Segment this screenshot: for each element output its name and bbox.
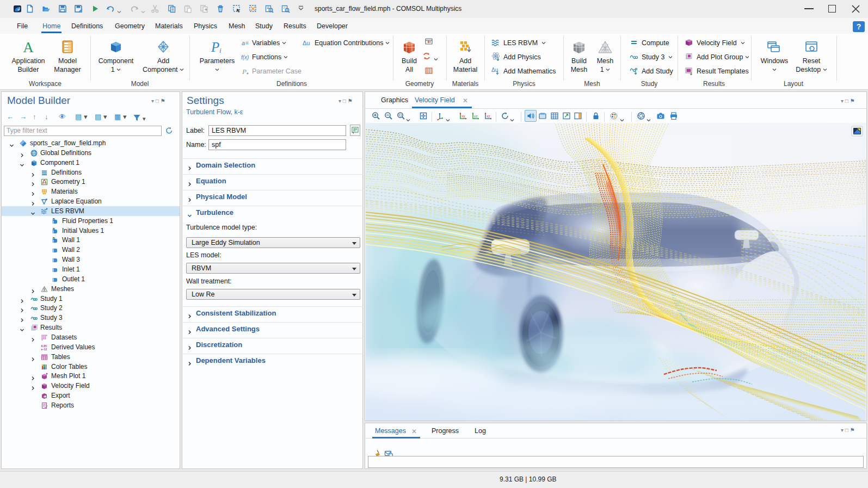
svg-text:xy: xy — [461, 114, 465, 119]
svg-text:=: = — [245, 40, 249, 46]
svg-text:Δu: Δu — [303, 40, 310, 46]
svg-text:D: D — [53, 227, 55, 231]
svg-text:xz: xz — [487, 114, 490, 118]
svg-text:a: a — [242, 40, 245, 46]
svg-text:D: D — [53, 218, 55, 221]
svg-text:P: P — [211, 40, 219, 54]
svg-text:f(x): f(x) — [241, 54, 249, 60]
svg-text:e-12: e-12 — [41, 348, 47, 351]
svg-text:yz: yz — [474, 114, 478, 119]
svg-text:D: D — [53, 237, 55, 240]
svg-text:i: i — [219, 46, 221, 54]
svg-text:P: P — [242, 67, 247, 76]
svg-text:A: A — [23, 39, 34, 54]
